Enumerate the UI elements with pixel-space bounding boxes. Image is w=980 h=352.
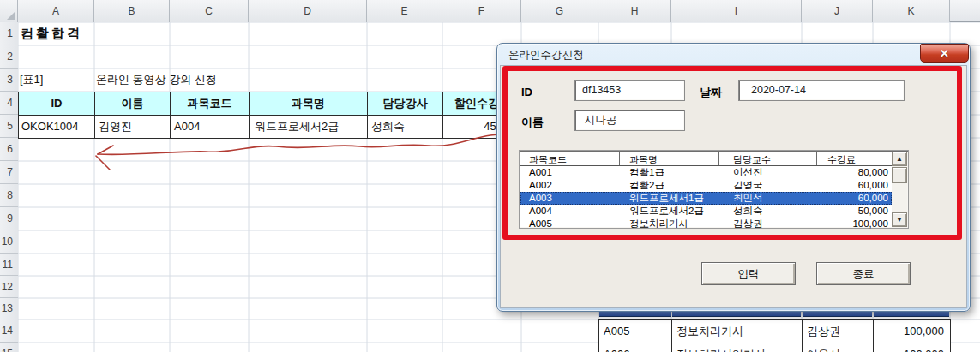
- table-header-cell[interactable]: ID: [18, 92, 95, 116]
- row-header[interactable]: 4: [0, 92, 18, 115]
- column-header[interactable]: I: [671, 0, 802, 22]
- table-cell[interactable]: A005: [598, 319, 672, 343]
- dialog-title: 온라인수강신청: [508, 48, 584, 63]
- row-header[interactable]: 13: [0, 298, 18, 319]
- row-header[interactable]: 11: [0, 254, 18, 276]
- table-header-cell[interactable]: 담당강사: [367, 92, 443, 116]
- column-header[interactable]: D: [249, 0, 367, 22]
- table-cell[interactable]: 정보처리산업기사: [671, 343, 803, 352]
- row-header[interactable]: 12: [0, 276, 18, 298]
- row-header[interactable]: 8: [0, 184, 18, 207]
- column-header[interactable]: G: [521, 0, 598, 22]
- row-header[interactable]: 5: [0, 115, 18, 138]
- row-header[interactable]: 14: [0, 319, 18, 343]
- exit-button[interactable]: 종료: [816, 262, 911, 285]
- table-cell[interactable]: 정보처리기사: [671, 319, 803, 343]
- close-icon: ✕: [940, 47, 949, 60]
- close-button[interactable]: ✕: [920, 44, 969, 63]
- covered-row-sliver: [672, 312, 801, 317]
- table-cell[interactable]: 성희숙: [367, 115, 443, 139]
- cell-a1-title[interactable]: 컴활합격: [21, 22, 82, 45]
- column-header[interactable]: F: [442, 0, 521, 22]
- table-cell[interactable]: 김상권: [802, 319, 874, 343]
- row-header[interactable]: 2: [0, 45, 18, 69]
- column-header[interactable]: H: [598, 0, 671, 22]
- table-cell[interactable]: 김영진: [94, 115, 171, 139]
- table-header-cell[interactable]: 과목명: [249, 92, 368, 116]
- table-cell[interactable]: A006: [598, 343, 672, 352]
- row-header[interactable]: 6: [0, 138, 18, 161]
- row-header[interactable]: 7: [0, 161, 18, 184]
- column-header[interactable]: K: [873, 0, 950, 22]
- select-all-corner[interactable]: [0, 0, 18, 22]
- submit-button[interactable]: 입력: [701, 262, 796, 285]
- table-cell[interactable]: 이용선: [802, 343, 874, 352]
- table-header-cell[interactable]: 과목코드: [170, 92, 250, 116]
- cell-b3-table-title[interactable]: 온라인 동영상 강의 신청: [96, 69, 217, 92]
- column-header[interactable]: A: [18, 0, 94, 22]
- table-cell[interactable]: OKOK1004: [18, 115, 95, 139]
- table-cell[interactable]: A004: [170, 115, 250, 139]
- table-header-cell[interactable]: 이름: [94, 92, 171, 116]
- red-rectangle-annotation: [502, 66, 962, 240]
- row-header[interactable]: 1: [0, 22, 18, 45]
- row-header[interactable]: 9: [0, 207, 18, 230]
- excel-window: A B C D E F G H I J K 1 2 3 4 5 6 7 8 9 …: [0, 0, 980, 352]
- table-cell[interactable]: 100,000: [873, 343, 951, 352]
- select-all-triangle-icon: [7, 11, 15, 20]
- table-cell[interactable]: 100,000: [873, 319, 951, 343]
- row-header[interactable]: 15: [0, 343, 18, 352]
- table-cell[interactable]: 워드프로세서2급: [249, 115, 368, 139]
- column-header[interactable]: E: [367, 0, 442, 22]
- covered-row-sliver: [599, 312, 671, 317]
- column-header[interactable]: B: [94, 0, 170, 22]
- row-header[interactable]: 3: [0, 69, 18, 92]
- column-header[interactable]: J: [802, 0, 873, 22]
- row-header[interactable]: 10: [0, 230, 18, 254]
- column-header[interactable]: C: [170, 0, 249, 22]
- covered-row-sliver: [803, 312, 872, 317]
- cell-a3-table-tag[interactable]: [표1]: [20, 69, 43, 92]
- covered-row-sliver: [874, 312, 949, 317]
